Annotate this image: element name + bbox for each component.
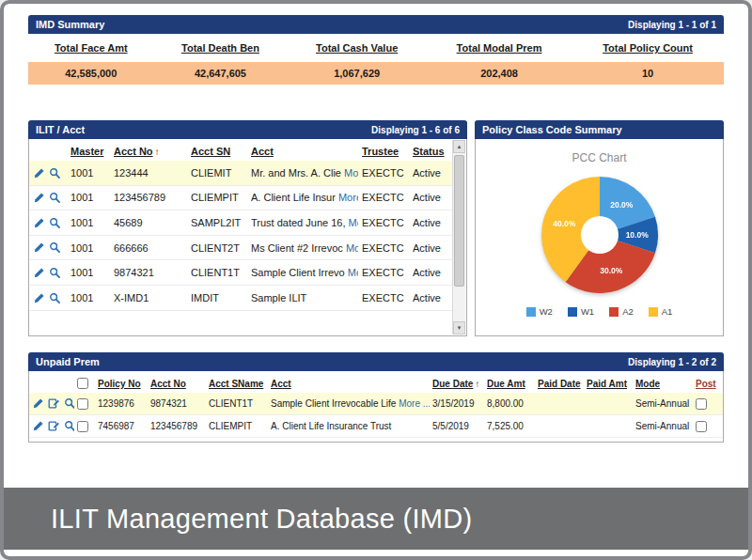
scrollbar-thumb[interactable] bbox=[454, 155, 464, 287]
cell-acct-no: 9874321 bbox=[148, 393, 206, 415]
cell-acct-sname: CLIENT1T bbox=[206, 393, 268, 415]
legend-swatch-icon bbox=[609, 307, 619, 317]
search-icon[interactable] bbox=[64, 420, 74, 432]
col-total-face-amt[interactable]: Total Face Amt bbox=[28, 34, 154, 59]
col-total-death-ben[interactable]: Total Death Ben bbox=[154, 34, 288, 59]
col-acct-no[interactable]: Acct No↑ bbox=[110, 139, 187, 161]
search-icon[interactable] bbox=[49, 192, 61, 204]
search-icon[interactable] bbox=[49, 292, 61, 304]
search-icon[interactable] bbox=[64, 397, 74, 410]
edit-icon[interactable] bbox=[33, 217, 45, 229]
row-select-checkbox[interactable] bbox=[77, 421, 88, 432]
post-checkbox[interactable] bbox=[696, 398, 707, 410]
edit-icon[interactable] bbox=[33, 167, 45, 179]
edit-icon[interactable] bbox=[33, 292, 45, 304]
edit-icon[interactable] bbox=[32, 397, 44, 410]
table-row[interactable]: 1001 666666 CLIENT2T Ms Client #2 Irrevo… bbox=[29, 235, 452, 260]
col-actions bbox=[29, 139, 67, 161]
col-mode[interactable]: Mode bbox=[633, 371, 693, 393]
table-row[interactable]: 1001 123456789 CLIEMPIT A. Client Life I… bbox=[29, 185, 452, 210]
col-acct[interactable]: Acct bbox=[247, 139, 358, 161]
cell-acct-no: 9874321 bbox=[110, 260, 187, 286]
legend-swatch-icon bbox=[526, 307, 536, 317]
col-total-cash-value[interactable]: Total Cash Value bbox=[287, 34, 427, 59]
col-select bbox=[74, 371, 95, 393]
more-link[interactable]: More ... bbox=[344, 167, 358, 179]
cell-acct: A. Client Life Insurance Trust bbox=[268, 415, 430, 438]
col-due-date[interactable]: Due Date↑ bbox=[430, 371, 484, 393]
total-policy-count: 10 bbox=[572, 59, 724, 85]
cell-trustee: EXECTC bbox=[358, 185, 409, 210]
edit-note-icon[interactable] bbox=[48, 420, 60, 432]
col-master[interactable]: Master bbox=[67, 139, 110, 161]
scrollbar[interactable]: ▲ ▼ bbox=[452, 140, 465, 334]
cell-acct: Mr. and Mrs. A. Clie More ... bbox=[247, 161, 358, 185]
app-title: ILIT Management Database (IMD) bbox=[51, 504, 473, 535]
more-link[interactable]: More ... bbox=[349, 217, 358, 228]
edit-icon[interactable] bbox=[33, 267, 45, 279]
cell-policy-no: 7456987 bbox=[95, 415, 148, 438]
col-policy-no[interactable]: Policy No bbox=[95, 371, 148, 393]
table-row[interactable]: 1001 45689 SAMPL2IT Trust dated June 16,… bbox=[29, 210, 452, 236]
more-link[interactable]: More ... bbox=[338, 192, 358, 203]
panel-title: Unpaid Prem bbox=[36, 356, 100, 367]
cell-policy-no: 1239876 bbox=[95, 393, 148, 415]
legend-label: W2 bbox=[540, 306, 553, 317]
table-row[interactable]: 1239876 9874321 CLIENT1T Sample Client I… bbox=[29, 393, 723, 415]
col-due-amt[interactable]: Due Amt bbox=[484, 371, 535, 393]
cell-due-date: 3/15/2019 bbox=[430, 393, 484, 415]
scroll-down-button[interactable]: ▼ bbox=[453, 321, 465, 334]
unpaid-prem-table: Policy No Acct No Acct SName Acct Due Da… bbox=[29, 371, 723, 438]
scrollbar-track[interactable] bbox=[453, 153, 465, 321]
cell-due-amt: 8,800.00 bbox=[484, 393, 535, 415]
post-checkbox[interactable] bbox=[696, 421, 707, 432]
more-link[interactable]: More ... bbox=[348, 267, 358, 278]
col-total-modal-prem[interactable]: Total Modal Prem bbox=[427, 34, 572, 59]
table-row[interactable]: 7456987 123456789 CLIEMPIT A. Client Lif… bbox=[29, 415, 723, 438]
search-icon[interactable] bbox=[49, 217, 61, 229]
table-row[interactable]: 1001 9874321 CLIENT1T Sample Client Irre… bbox=[29, 260, 452, 286]
select-all-checkbox[interactable] bbox=[77, 378, 88, 389]
col-total-policy-count[interactable]: Total Policy Count bbox=[572, 34, 724, 59]
cell-acct-sn: CLIENT1T bbox=[187, 260, 247, 286]
scroll-up-button[interactable]: ▲ bbox=[453, 140, 465, 153]
chart-legend: W2W1A2A1 bbox=[526, 306, 673, 317]
cell-acct: A. Client Life Insur More ... bbox=[247, 185, 358, 210]
edit-icon[interactable] bbox=[33, 241, 45, 254]
cell-status: Active bbox=[409, 235, 452, 260]
col-status[interactable]: Status bbox=[409, 139, 452, 161]
col-acct-sname[interactable]: Acct SName bbox=[206, 371, 268, 393]
table-row[interactable]: 1001 123444 CLIEMIT Mr. and Mrs. A. Clie… bbox=[29, 161, 452, 185]
pcc-donut-chart: 20.0%10.0%30.0%40.0% bbox=[534, 169, 666, 301]
search-icon[interactable] bbox=[49, 241, 61, 254]
col-acct[interactable]: Acct bbox=[268, 371, 430, 393]
edit-icon[interactable] bbox=[32, 420, 44, 432]
col-paid-date[interactable]: Paid Date bbox=[535, 371, 584, 393]
cell-status: Active bbox=[409, 260, 452, 286]
cell-acct-no: X-IMD1 bbox=[110, 285, 187, 310]
cell-acct-no: 45689 bbox=[110, 210, 187, 236]
search-icon[interactable] bbox=[49, 267, 61, 279]
col-trustee[interactable]: Trustee bbox=[358, 139, 409, 161]
cell-paid-amt bbox=[584, 393, 633, 415]
col-paid-amt[interactable]: Paid Amt bbox=[584, 371, 633, 393]
more-link[interactable]: More ... bbox=[399, 398, 430, 409]
table-row[interactable]: 1001 X-IMD1 IMDIT Sample ILIT EXECTC Act… bbox=[29, 285, 452, 310]
cell-status: Active bbox=[409, 210, 452, 236]
cell-acct: Trust dated June 16, More ... bbox=[247, 210, 358, 236]
search-icon[interactable] bbox=[49, 167, 61, 179]
cell-due-date: 5/5/2019 bbox=[430, 415, 484, 438]
cell-trustee: EXECTC bbox=[358, 260, 409, 286]
col-acct-sn[interactable]: Acct SN bbox=[187, 139, 247, 161]
edit-icon[interactable] bbox=[33, 192, 45, 204]
cell-trustee: EXECTC bbox=[358, 235, 409, 260]
unpaid-prem-header: Unpaid Prem Displaying 1 - 2 of 2 bbox=[28, 352, 724, 371]
app-window: IMD Summary Displaying 1 - 1 of 1 Total … bbox=[0, 0, 752, 560]
pie-slice-label: 30.0% bbox=[600, 266, 623, 275]
edit-note-icon[interactable] bbox=[48, 397, 60, 410]
col-acct-no[interactable]: Acct No bbox=[148, 371, 206, 393]
row-select-checkbox[interactable] bbox=[77, 398, 88, 410]
imd-summary-table: Total Face Amt Total Death Ben Total Cas… bbox=[28, 34, 724, 85]
col-post[interactable]: Post bbox=[693, 371, 723, 393]
more-link[interactable]: More ... bbox=[346, 242, 358, 254]
